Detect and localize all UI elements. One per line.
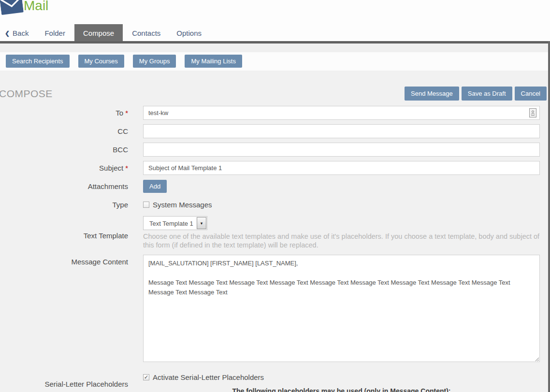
message-content-row: Message Content [MAIL_SALUTATION] [FIRST… xyxy=(0,255,550,364)
chevron-left-icon: ❮ xyxy=(5,30,10,37)
text-template-row: Text Template Text Template 1 ▾ Choose o… xyxy=(0,216,550,255)
tab-contacts[interactable]: Contacts xyxy=(125,26,167,41)
cc-label: CC xyxy=(0,127,128,135)
type-row: Type System Messages xyxy=(0,201,550,209)
my-mailing-lists-button[interactable]: My Mailing Lists xyxy=(185,55,242,68)
text-template-selected-value: Text Template 1 xyxy=(144,217,196,230)
send-message-button[interactable]: Send Message xyxy=(405,87,459,101)
activate-serial-letter-label: Activate Serial-Letter Placeholders xyxy=(153,373,264,381)
required-marker: * xyxy=(125,109,128,117)
save-as-draft-button[interactable]: Save as Draft xyxy=(462,87,512,101)
bcc-input[interactable] xyxy=(143,143,540,157)
tab-back-label: Back xyxy=(13,29,29,37)
message-content-textarea[interactable]: [MAIL_SALUTATION] [FIRST_NAME] [LAST_NAM… xyxy=(143,255,540,362)
serial-letter-label: Serial-Letter Placeholders xyxy=(0,380,128,388)
text-template-help: Choose one of the available text templat… xyxy=(143,232,540,249)
tab-options[interactable]: Options xyxy=(170,26,208,41)
to-row: To* xyxy=(0,106,550,120)
dropdown-arrow-icon[interactable]: ▾ xyxy=(197,217,206,229)
tab-back[interactable]: ❮ Back xyxy=(4,26,35,41)
required-marker: * xyxy=(125,164,128,172)
right-edge-bar xyxy=(548,41,550,392)
section-gap xyxy=(0,44,550,52)
to-label: To* xyxy=(0,109,128,117)
page-title: Mail xyxy=(24,0,48,14)
serial-letter-row: Serial-Letter Placeholders ✓ Activate Se… xyxy=(0,373,550,392)
compose-actions: Send Message Save as Draft Cancel xyxy=(405,87,547,101)
cancel-button[interactable]: Cancel xyxy=(515,87,547,101)
cc-row: CC xyxy=(0,124,550,138)
bcc-label: BCC xyxy=(0,145,128,154)
tab-folder[interactable]: Folder xyxy=(38,26,72,41)
tab-bar: ❮ Back Folder Compose Contacts Options xyxy=(0,23,550,41)
mail-envelope-icon xyxy=(0,0,24,15)
recipients-toolbar: Search Recipients My Courses My Groups M… xyxy=(0,52,550,71)
my-groups-button[interactable]: My Groups xyxy=(133,55,176,68)
compose-section: COMPOSE Send Message Save as Draft Cance… xyxy=(0,71,550,392)
attachments-label: Attachments xyxy=(0,182,128,190)
search-recipients-button[interactable]: Search Recipients xyxy=(6,55,70,68)
attachments-row: Attachments Add xyxy=(0,180,550,193)
to-input[interactable] xyxy=(143,106,540,120)
my-courses-button[interactable]: My Courses xyxy=(78,55,124,68)
activate-serial-letter-checkbox[interactable]: ✓ xyxy=(143,374,149,380)
type-label: Type xyxy=(0,201,128,209)
app-header: Mail xyxy=(0,0,550,23)
cc-input[interactable] xyxy=(143,124,540,138)
message-content-label: Message Content xyxy=(0,255,128,266)
placeholders-note: The following placeholders may be used (… xyxy=(143,387,540,392)
subject-row: Subject* xyxy=(0,161,550,175)
subject-input[interactable] xyxy=(143,161,540,175)
text-template-label: Text Template xyxy=(0,232,128,240)
tab-compose[interactable]: Compose xyxy=(74,24,123,41)
compose-section-title: COMPOSE xyxy=(0,87,53,101)
address-book-icon[interactable] xyxy=(529,108,536,117)
system-messages-checkbox[interactable] xyxy=(143,202,149,208)
add-attachment-button[interactable]: Add xyxy=(143,180,167,193)
bcc-row: BCC xyxy=(0,143,550,157)
system-messages-label: System Messages xyxy=(153,201,212,209)
text-template-select[interactable]: Text Template 1 ▾ xyxy=(143,216,207,230)
subject-label: Subject* xyxy=(0,164,128,172)
